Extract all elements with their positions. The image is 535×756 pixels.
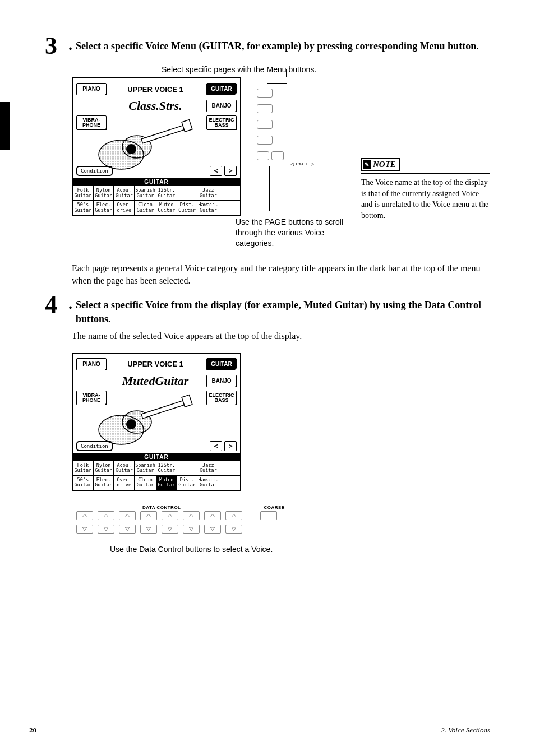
dc-down-button[interactable] (183, 525, 200, 534)
menu-button-1[interactable] (257, 89, 273, 98)
voice-item[interactable]: Acou. Guitar (114, 186, 135, 201)
voice-item[interactable]: Clean Guitar (135, 201, 156, 215)
page-label: ◁ PAGE ▷ (257, 161, 348, 166)
voice-item[interactable]: 50's Guitar (73, 201, 94, 215)
dc-down-button[interactable] (119, 525, 136, 534)
dc-down-button[interactable] (98, 525, 114, 534)
menu-button-3[interactable] (257, 120, 273, 129)
dc-up-button[interactable] (225, 511, 242, 520)
voice-item[interactable]: Jazz Guitar (197, 461, 219, 476)
lcd-tab-guitar[interactable]: GUITAR (206, 358, 237, 370)
lcd-tab-piano[interactable]: PIANO (76, 83, 107, 95)
voice-item[interactable]: 12Str. Guitar (156, 461, 177, 476)
step-4: 4. Select a specific Voice from the disp… (45, 293, 490, 326)
voice-item[interactable]: Over- drive (114, 201, 135, 215)
step-4-heading: Select a specific Voice from the display… (76, 293, 490, 326)
lcd-title: UPPER VOICE 1 (107, 360, 204, 368)
voice-item[interactable]: Nylon Guitar (94, 461, 114, 476)
lcd-page-next[interactable]: > (224, 441, 237, 451)
voice-item[interactable]: Muted Guitar (156, 201, 177, 215)
chapter-title: 2. Voice Sections (441, 726, 490, 735)
dc-down-button[interactable] (204, 525, 221, 534)
voice-item[interactable]: Spanish Guitar (135, 461, 156, 476)
dc-down-button[interactable] (225, 525, 242, 534)
menu-button-4[interactable] (257, 136, 273, 145)
lcd-display-2: PIANO UPPER VOICE 1 GUITAR MutedGuitar B… (72, 353, 241, 491)
caption-page-buttons: Use the PAGE buttons to scroll through t… (236, 217, 348, 249)
lcd-tab-guitar[interactable]: GUITAR (206, 83, 237, 95)
voice-item[interactable]: 50's Guitar (73, 476, 94, 490)
dc-down-button[interactable] (76, 525, 93, 534)
lcd-page-prev[interactable]: < (210, 166, 222, 176)
svg-rect-4 (141, 126, 185, 143)
voice-item[interactable]: Folk Guitar (73, 186, 94, 201)
note-icon: ✎ (363, 160, 371, 169)
voice-item[interactable] (219, 201, 240, 215)
voice-item[interactable]: Elec. Guitar (94, 201, 114, 215)
sidebar-chapter-tab (0, 102, 10, 150)
voice-item[interactable]: Folk Guitar (73, 461, 94, 476)
lcd-voice-grid-2: Folk GuitarNylon GuitarAcou. GuitarSpani… (73, 461, 240, 490)
dc-up-button[interactable] (162, 511, 178, 520)
voice-item[interactable]: Acou. Guitar (114, 461, 135, 476)
caption-select-pages: Select specific pages with the Menu butt… (162, 65, 490, 74)
coarse-button[interactable] (260, 511, 277, 520)
paragraph-category: Each page represents a general Voice cat… (72, 262, 490, 287)
page-number: 20 (29, 726, 36, 735)
menu-button-2[interactable] (257, 104, 273, 113)
voice-item[interactable]: 12Str. Guitar (156, 186, 177, 201)
dc-header-label: DATA CONTROL (142, 505, 181, 510)
page-footer: 20 2. Voice Sections (0, 726, 535, 735)
page-prev-button[interactable] (257, 151, 269, 160)
dc-down-button[interactable] (140, 525, 157, 534)
step-3-heading: Select a specific Voice Menu (GUITAR, fo… (76, 34, 479, 53)
dc-up-button[interactable] (183, 511, 200, 520)
dc-up-button[interactable] (98, 511, 114, 520)
voice-item[interactable]: Nylon Guitar (94, 186, 114, 201)
voice-item[interactable]: Over- drive (114, 476, 135, 490)
voice-item[interactable]: Jazz Guitar (197, 186, 219, 201)
lcd-page-prev[interactable]: < (210, 441, 222, 451)
lcd-voice-name: MutedGuitar (107, 374, 204, 388)
step-4-body: The name of the selected Voice appears a… (72, 330, 490, 342)
data-control-panel: DATA CONTROL COARSE Use the Data Control (76, 505, 490, 554)
lcd-display-1: PIANO UPPER VOICE 1 GUITAR Class.Strs. B… (72, 77, 241, 216)
lcd-tab-banjo[interactable]: BANJO (206, 375, 237, 387)
voice-item[interactable]: Spanish Guitar (135, 186, 156, 201)
note-label: NOTE (373, 160, 396, 169)
step-3-number: 3 (45, 34, 64, 58)
lcd-tab-elecbass[interactable]: ELECTRIC BASS (206, 115, 237, 130)
dc-caption: Use the Data Control buttons to select a… (110, 545, 490, 554)
dc-up-button[interactable] (140, 511, 157, 520)
voice-item[interactable]: Elec. Guitar (94, 476, 114, 490)
guitar-illustration (93, 391, 194, 447)
dc-down-button[interactable] (162, 525, 178, 534)
voice-item[interactable]: Clean Guitar (135, 476, 156, 490)
voice-item[interactable] (219, 461, 240, 476)
voice-item[interactable]: Dist. Guitar (177, 201, 198, 215)
note-body: The Voice name at the top of the display… (361, 173, 490, 221)
svg-point-3 (126, 144, 136, 154)
voice-item[interactable]: Muted Guitar (156, 476, 177, 490)
dc-up-button[interactable] (204, 511, 221, 520)
lcd-tab-piano[interactable]: PIANO (76, 358, 107, 370)
voice-item[interactable]: Dist. Guitar (177, 476, 198, 490)
voice-item[interactable] (177, 186, 198, 201)
hardware-menu-buttons: ◁ PAGE ▷ Use the PAGE buttons to scroll … (257, 77, 348, 249)
voice-item[interactable]: Hawaii. Guitar (197, 201, 219, 215)
svg-point-9 (126, 419, 136, 429)
guitar-illustration (93, 115, 194, 171)
lcd-title: UPPER VOICE 1 (107, 85, 204, 94)
lcd-tab-elecbass[interactable]: ELECTRIC BASS (206, 391, 237, 405)
note-box: ✎ NOTE The Voice name at the top of the … (361, 158, 490, 221)
page-next-button[interactable] (271, 151, 284, 160)
voice-item[interactable] (177, 461, 198, 476)
voice-item[interactable]: Hawaii. Guitar (197, 476, 219, 490)
dc-up-button[interactable] (119, 511, 136, 520)
voice-item[interactable] (219, 476, 240, 490)
lcd-page-next[interactable]: > (224, 166, 237, 176)
lcd-tab-banjo[interactable]: BANJO (206, 100, 237, 112)
lcd-voice-grid-1: Folk GuitarNylon GuitarAcou. GuitarSpani… (73, 185, 240, 215)
dc-up-button[interactable] (76, 511, 93, 520)
voice-item[interactable] (219, 186, 240, 201)
